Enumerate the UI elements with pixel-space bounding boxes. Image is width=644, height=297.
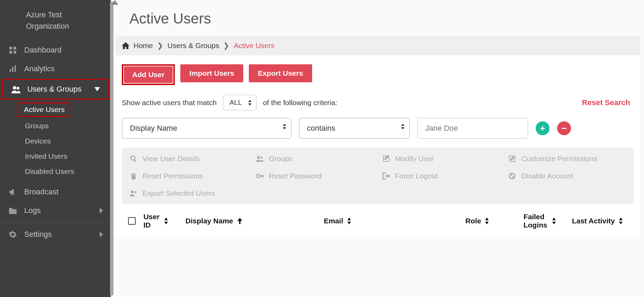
action-force-logout[interactable]: Force Logout xyxy=(378,172,504,180)
action-reset-permissions[interactable]: Reset Permissions xyxy=(125,172,252,180)
sidebar-label: Settings xyxy=(24,230,52,239)
sidebar-collapse-toggle[interactable] xyxy=(111,0,118,5)
svg-point-19 xyxy=(134,191,136,193)
sidebar-item-settings[interactable]: Settings xyxy=(0,222,111,244)
breadcrumb: Home ❯ Users & Groups ❯ Active Users xyxy=(116,36,640,55)
page-title: Active Users xyxy=(116,0,644,36)
table-header-row: User ID Display Name Email xyxy=(116,204,640,238)
action-export-selected-users[interactable]: Export Selected Users xyxy=(125,189,630,197)
filter-prefix-text: Show active users that match xyxy=(122,99,217,107)
sidebar-subitem-groups[interactable]: Groups xyxy=(0,118,111,133)
remove-criteria-button[interactable]: − xyxy=(557,121,571,135)
criteria-field-select[interactable]: Display Name xyxy=(122,118,291,139)
svg-rect-6 xyxy=(15,65,16,72)
action-modify-user[interactable]: Modify User xyxy=(378,155,504,163)
users-icon xyxy=(256,156,264,162)
select-caret-icon xyxy=(248,100,252,105)
svg-rect-0 xyxy=(9,47,12,49)
th-display-name[interactable]: Display Name xyxy=(185,217,320,225)
svg-rect-10 xyxy=(134,159,136,162)
sidebar-scrollbar[interactable] xyxy=(110,1,114,296)
filter-suffix-text: of the following criteria: xyxy=(263,99,337,107)
breadcrumb-sep-icon: ❯ xyxy=(223,41,229,50)
svg-rect-1 xyxy=(13,47,16,49)
sidebar-label: Logs xyxy=(24,206,41,215)
import-users-button[interactable]: Import Users xyxy=(180,64,243,82)
select-all-checkbox[interactable] xyxy=(128,217,136,225)
action-customize-permissions[interactable]: Customize Permissions xyxy=(504,155,630,163)
sidebar-label: Dashboard xyxy=(24,46,62,55)
sidebar-subitem-active-users[interactable]: Active Users xyxy=(24,105,65,113)
sidebar-subitem-disabled-users[interactable]: Disabled Users xyxy=(0,164,111,179)
svg-rect-2 xyxy=(9,51,12,54)
svg-point-18 xyxy=(131,191,134,193)
select-caret-icon xyxy=(283,124,286,129)
sidebar-item-dashboard[interactable]: Dashboard xyxy=(0,41,111,59)
add-criteria-button[interactable]: + xyxy=(536,121,550,135)
action-groups[interactable]: Groups xyxy=(252,155,378,163)
filter-match-mode-value: ALL xyxy=(229,99,242,106)
logout-icon xyxy=(382,173,390,179)
sidebar-label: Users & Groups xyxy=(27,85,82,94)
key-icon xyxy=(256,173,264,179)
sidebar-subitem-invited-users[interactable]: Invited Users xyxy=(0,149,111,164)
export-users-button[interactable]: Export Users xyxy=(249,64,312,82)
ban-icon xyxy=(508,173,516,179)
sort-both-icon xyxy=(164,217,168,224)
gear-icon xyxy=(8,230,18,239)
chevron-right-icon xyxy=(100,232,103,237)
th-email[interactable]: Email xyxy=(324,217,462,225)
th-role[interactable]: Role xyxy=(465,217,520,225)
svg-rect-5 xyxy=(12,67,13,72)
caret-down-icon xyxy=(94,87,100,91)
sidebar-item-logs[interactable]: Logs xyxy=(0,201,111,220)
svg-point-12 xyxy=(261,157,263,159)
main-content: Active Users Home ❯ Users & Groups ❯ Act… xyxy=(111,0,644,297)
filter-match-mode-select[interactable]: ALL xyxy=(223,95,257,110)
users-icon xyxy=(11,85,21,93)
sort-both-icon xyxy=(552,217,556,224)
home-icon[interactable] xyxy=(122,42,129,49)
reset-search-link[interactable]: Reset Search xyxy=(582,98,634,107)
sidebar-sublist-users-groups: Active Users Groups Devices Invited User… xyxy=(0,100,111,183)
analytics-icon xyxy=(8,65,18,73)
th-user-id[interactable]: User ID xyxy=(143,213,182,229)
sidebar-label: Analytics xyxy=(24,64,55,73)
sidebar-item-users-groups[interactable]: Users & Groups xyxy=(3,80,108,99)
breadcrumb-home[interactable]: Home xyxy=(134,41,153,50)
action-disable-account[interactable]: Disable Account xyxy=(504,172,630,180)
svg-point-11 xyxy=(257,156,260,159)
action-view-user-details[interactable]: View User Details xyxy=(125,155,252,163)
sidebar-label: Broadcast xyxy=(24,187,58,196)
svg-point-8 xyxy=(17,87,19,90)
dashboard-icon xyxy=(8,46,18,54)
criteria-field-value: Display Name xyxy=(130,124,177,132)
logs-icon xyxy=(8,207,18,214)
users-export-icon xyxy=(129,190,138,196)
svg-line-17 xyxy=(510,174,514,178)
criteria-operator-value: contains xyxy=(307,124,335,132)
th-last-activity[interactable]: Last Activity xyxy=(572,217,633,225)
svg-rect-15 xyxy=(262,175,263,178)
sort-both-icon xyxy=(619,217,623,224)
action-reset-password[interactable]: Reset Password xyxy=(252,172,378,180)
svg-point-13 xyxy=(256,174,260,178)
criteria-operator-select[interactable]: contains xyxy=(299,118,410,139)
sidebar-subitem-devices[interactable]: Devices xyxy=(0,133,111,149)
add-user-button[interactable]: Add User xyxy=(124,66,173,83)
breadcrumb-users-groups[interactable]: Users & Groups xyxy=(167,41,219,50)
sidebar-item-broadcast[interactable]: Broadcast xyxy=(0,183,111,201)
svg-rect-4 xyxy=(10,69,11,72)
edit-square-icon xyxy=(508,155,516,162)
org-line1: Azure Test xyxy=(26,9,104,20)
org-line2: Organization xyxy=(26,20,104,32)
bulk-actions-toolbar: View User Details Groups Modify User Cus… xyxy=(122,148,634,204)
select-caret-icon xyxy=(401,124,405,129)
breadcrumb-sep-icon: ❯ xyxy=(157,41,163,50)
broadcast-icon xyxy=(8,188,18,196)
th-failed-logins[interactable]: Failed Logins xyxy=(524,213,569,229)
sidebar-item-analytics[interactable]: Analytics xyxy=(0,59,111,78)
chevron-right-icon xyxy=(100,208,103,213)
svg-point-7 xyxy=(13,86,16,90)
criteria-value-input[interactable] xyxy=(417,118,528,139)
